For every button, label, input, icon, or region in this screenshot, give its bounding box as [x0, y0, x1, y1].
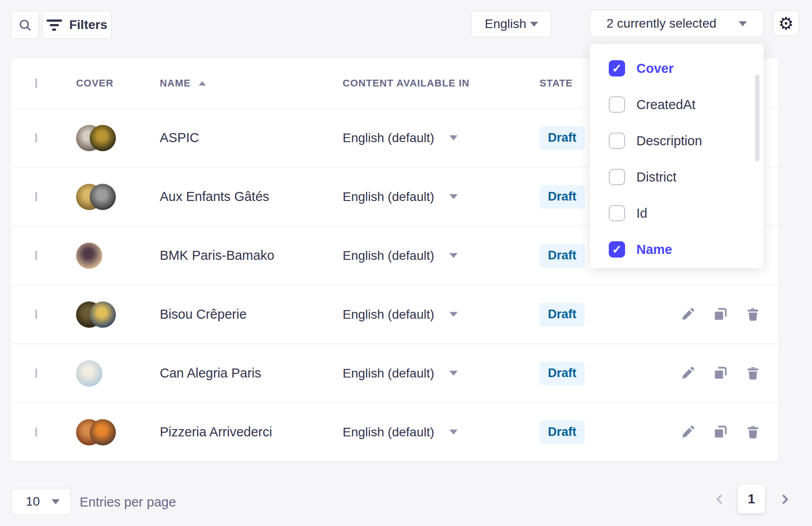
entries-per-page-label: Entries per page — [80, 495, 176, 510]
chevron-down-icon — [449, 135, 458, 140]
dropdown-item-id[interactable]: Id — [590, 195, 764, 231]
sort-ascending-icon — [199, 81, 206, 86]
search-icon — [18, 18, 32, 32]
locale-value: English (default) — [343, 307, 434, 322]
cover-avatar — [90, 419, 116, 445]
dropdown-scrollbar[interactable] — [755, 75, 759, 162]
dropdown-item-label: District — [636, 170, 677, 185]
locale-dropdown[interactable]: English (default) — [343, 131, 540, 145]
trash-icon — [745, 425, 760, 440]
chevron-right-icon — [778, 493, 792, 506]
checkbox[interactable] — [609, 241, 625, 258]
previous-page-button[interactable] — [712, 492, 727, 507]
dropdown-item-label: CreatedAt — [636, 97, 696, 112]
dropdown-item-description[interactable]: Description — [590, 123, 764, 159]
columns-dropdown-panel: Cover CreatedAt Description District Id … — [590, 44, 764, 268]
duplicate-button[interactable] — [711, 364, 729, 383]
locale-dropdown[interactable]: English (default) — [343, 190, 540, 204]
locale-dropdown[interactable]: English (default) — [343, 307, 540, 322]
filter-icon — [47, 19, 62, 31]
next-page-button[interactable] — [778, 492, 792, 507]
cover-avatar — [76, 243, 102, 269]
dropdown-item-cover[interactable]: Cover — [590, 50, 764, 86]
locale-select[interactable]: English — [471, 11, 551, 37]
filters-button[interactable]: Filters — [42, 11, 112, 39]
name-cell: Aux Enfants Gâtés — [160, 189, 343, 204]
row-checkbox[interactable] — [35, 368, 37, 378]
name-cell: Can Alegria Paris — [160, 366, 343, 381]
dropdown-item-createdat[interactable]: CreatedAt — [590, 86, 764, 123]
name-cell: BMK Paris-Bamako — [160, 248, 343, 263]
chevron-down-icon — [449, 253, 458, 258]
checkbox[interactable] — [609, 96, 625, 113]
content-manager-list-view: Filters English 2 currently selected ⚙ C… — [0, 0, 812, 526]
cover-avatar — [76, 360, 102, 387]
chevron-down-icon — [530, 22, 538, 27]
locale-select-value: English — [485, 17, 530, 31]
dropdown-item-label: Id — [636, 206, 647, 221]
cover-cell — [76, 125, 160, 151]
pencil-icon — [680, 307, 695, 322]
checkbox[interactable] — [609, 60, 625, 77]
row-checkbox[interactable] — [35, 133, 37, 143]
settings-button[interactable]: ⚙ — [773, 10, 799, 36]
status-badge: Draft — [540, 421, 585, 444]
search-button[interactable] — [11, 11, 39, 39]
header-cover[interactable]: COVER — [76, 77, 160, 89]
columns-select-value: 2 currently selected — [607, 16, 739, 31]
chevron-down-icon — [739, 21, 747, 26]
trash-icon — [745, 366, 760, 381]
row-actions — [678, 364, 762, 383]
checkbox[interactable] — [609, 205, 625, 221]
edit-button[interactable] — [678, 423, 697, 441]
cover-cell — [76, 360, 160, 387]
duplicate-icon — [713, 366, 728, 381]
cover-avatar — [90, 301, 116, 328]
row-actions — [678, 423, 762, 441]
duplicate-button[interactable] — [711, 306, 729, 324]
duplicate-icon — [713, 425, 728, 440]
locale-value: English (default) — [343, 425, 434, 440]
cover-avatar — [90, 184, 116, 210]
columns-select[interactable]: 2 currently selected — [590, 10, 764, 37]
locale-dropdown[interactable]: English (default) — [343, 249, 540, 263]
cover-cell — [76, 301, 160, 328]
table-row: Bisou Crêperie English (default) Draft — [11, 285, 779, 344]
delete-button[interactable] — [744, 306, 762, 324]
duplicate-icon — [713, 307, 728, 322]
table-row: Can Alegria Paris English (default) Draf… — [11, 344, 779, 402]
page-size-select[interactable]: 10 — [11, 488, 71, 515]
dropdown-item-name[interactable]: Name — [590, 231, 764, 268]
cover-cell — [76, 184, 160, 210]
duplicate-button[interactable] — [711, 423, 729, 441]
page-number-button[interactable]: 1 — [738, 484, 765, 513]
row-actions — [678, 306, 762, 324]
trash-icon — [745, 307, 760, 322]
dropdown-item-label: Description — [636, 134, 702, 148]
dropdown-item-district[interactable]: District — [590, 159, 764, 195]
dropdown-item-label: Name — [636, 242, 672, 257]
locale-value: English (default) — [343, 366, 434, 381]
row-checkbox[interactable] — [35, 251, 37, 260]
locale-dropdown[interactable]: English (default) — [343, 366, 540, 381]
row-checkbox[interactable] — [35, 310, 37, 319]
edit-button[interactable] — [678, 364, 697, 383]
row-checkbox[interactable] — [35, 192, 37, 201]
cover-cell — [76, 419, 160, 445]
select-all-checkbox[interactable] — [35, 78, 37, 88]
locale-dropdown[interactable]: English (default) — [343, 425, 540, 440]
edit-button[interactable] — [678, 306, 697, 324]
locale-value: English (default) — [343, 131, 434, 145]
filters-button-label: Filters — [69, 18, 107, 32]
checkbox[interactable] — [609, 133, 625, 149]
chevron-down-icon — [449, 430, 458, 435]
name-cell: Pizzeria Arrivederci — [160, 425, 343, 440]
header-content-available-in[interactable]: CONTENT AVAILABLE IN — [343, 77, 540, 89]
delete-button[interactable] — [744, 364, 762, 383]
header-name[interactable]: NAME — [160, 77, 343, 89]
cover-cell — [76, 243, 160, 269]
delete-button[interactable] — [744, 423, 762, 441]
row-checkbox[interactable] — [35, 427, 37, 437]
gear-icon: ⚙ — [778, 15, 793, 32]
checkbox[interactable] — [609, 169, 625, 185]
